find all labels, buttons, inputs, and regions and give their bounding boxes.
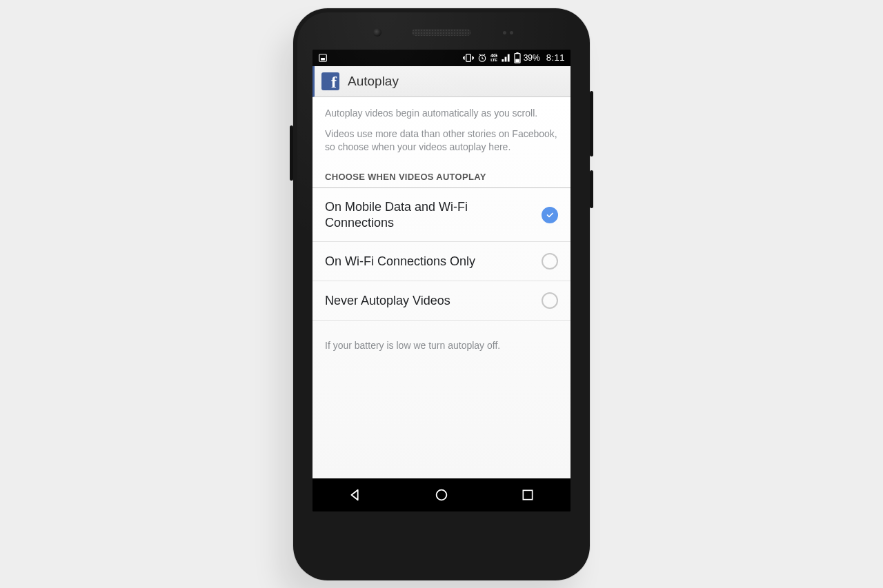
svg-rect-8: [523, 490, 532, 499]
power-button: [590, 170, 593, 208]
status-bar: 4G LTE 39% 8: [312, 50, 571, 66]
earpiece-speaker: [412, 29, 471, 36]
status-bar-left: [318, 53, 328, 63]
front-camera: [373, 28, 381, 37]
scroll-content[interactable]: Autoplay videos begin automatically as y…: [312, 97, 571, 478]
option-mobile-and-wifi[interactable]: On Mobile Data and Wi-Fi Connections: [312, 188, 571, 242]
vibrate-icon: [463, 53, 474, 63]
network-4g-icon: 4G LTE: [490, 53, 497, 63]
option-label: Never Autoplay Videos: [325, 293, 529, 309]
nav-back-button[interactable]: [331, 478, 379, 511]
side-button: [290, 125, 293, 181]
app-header: Autoplay: [312, 66, 571, 97]
volume-rocker: [590, 91, 593, 156]
network-sub-label: LTE: [490, 58, 497, 63]
recents-icon: [521, 488, 535, 502]
check-icon: [546, 211, 554, 219]
description: Autoplay videos begin automatically as y…: [312, 97, 571, 165]
svg-rect-1: [321, 58, 325, 61]
svg-rect-5: [516, 52, 518, 54]
clock-time: 8:11: [546, 52, 565, 63]
home-icon: [434, 487, 449, 503]
facebook-logo-icon: [321, 72, 339, 90]
phone-frame: 4G LTE 39% 8: [293, 8, 590, 580]
description-line-2: Videos use more data than other stories …: [325, 128, 558, 154]
battery-status: 39%: [514, 52, 540, 63]
battery-percent: 39%: [524, 53, 540, 63]
android-nav-bar: [312, 478, 571, 511]
option-never[interactable]: Never Autoplay Videos: [312, 281, 571, 321]
radio-unselected[interactable]: [542, 253, 558, 270]
option-wifi-only[interactable]: On Wi-Fi Connections Only: [312, 242, 571, 281]
screenshot-icon: [318, 53, 328, 63]
battery-icon: [514, 52, 521, 63]
alarm-icon: [477, 53, 487, 63]
radio-selected[interactable]: [542, 207, 558, 223]
screen: 4G LTE 39% 8: [312, 50, 571, 511]
network-label: 4G: [490, 53, 497, 58]
stage: 4G LTE 39% 8: [0, 0, 883, 588]
footnote: If your battery is low we turn autoplay …: [312, 321, 571, 370]
section-header: CHOOSE WHEN VIDEOS AUTOPLAY: [312, 165, 571, 188]
nav-home-button[interactable]: [417, 478, 466, 511]
option-label: On Mobile Data and Wi-Fi Connections: [325, 199, 529, 230]
app-content: Autoplay Autoplay videos begin automatic…: [312, 66, 571, 478]
nav-recents-button[interactable]: [504, 478, 552, 511]
signal-icon: [501, 54, 510, 62]
radio-unselected[interactable]: [542, 292, 558, 309]
svg-rect-2: [466, 54, 471, 61]
page-title: Autoplay: [348, 74, 399, 89]
description-line-1: Autoplay videos begin automatically as y…: [325, 107, 558, 120]
svg-point-7: [437, 489, 447, 500]
option-label: On Wi-Fi Connections Only: [325, 254, 529, 270]
proximity-sensors: [503, 31, 514, 34]
svg-rect-6: [515, 59, 519, 62]
status-bar-right: 4G LTE 39% 8: [463, 52, 565, 63]
back-icon: [348, 487, 363, 503]
